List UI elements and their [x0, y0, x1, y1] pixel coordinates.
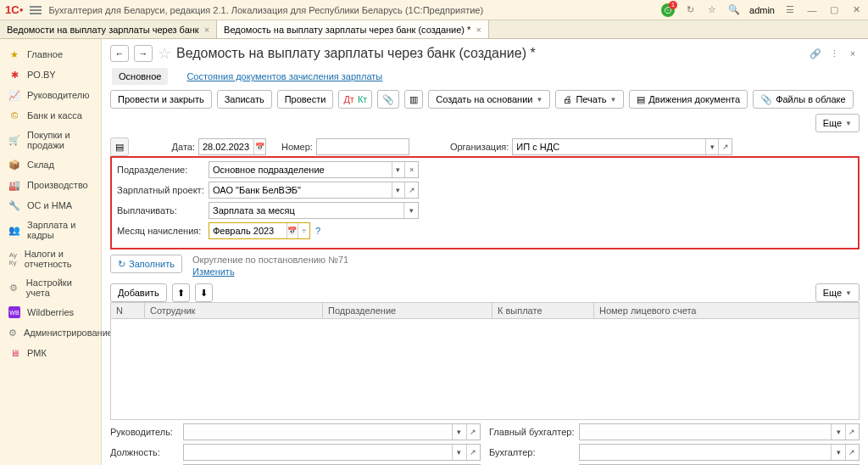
- month-input[interactable]: [209, 223, 287, 238]
- subdiv-input[interactable]: [209, 162, 392, 177]
- status-icon[interactable]: ▤: [110, 137, 129, 156]
- head-input[interactable]: [184, 424, 452, 440]
- dt-kt-icon[interactable]: ДтКт: [338, 90, 372, 109]
- print-button[interactable]: 🖨 Печать ▼: [555, 90, 624, 109]
- dropdown-icon[interactable]: ▾: [705, 139, 719, 154]
- open-icon[interactable]: ↗: [466, 424, 480, 440]
- dropdown-icon[interactable]: ▾: [831, 424, 844, 440]
- movements-button[interactable]: ▤ Движения документа: [629, 90, 748, 109]
- subtab-main[interactable]: Основное: [112, 68, 168, 85]
- org-input[interactable]: [513, 139, 704, 154]
- tab-create[interactable]: Ведомость на выплату зарплаты через банк…: [217, 20, 489, 38]
- help-icon[interactable]: ?: [315, 226, 320, 236]
- attach-icon[interactable]: 📎: [377, 90, 399, 109]
- chief-acc-label: Главный бухгалтер:: [489, 427, 574, 437]
- tab-list[interactable]: Ведомости на выплату зарплаты через банк…: [0, 20, 217, 38]
- sidebar-item-production[interactable]: 🏭Производство: [0, 175, 101, 195]
- dropdown-icon[interactable]: ▾: [403, 203, 418, 218]
- cloud-files-button[interactable]: 📎 Файлы в облаке: [753, 90, 853, 109]
- conduct-button[interactable]: Провести: [277, 90, 334, 109]
- rounding-note: Округление по постановлению №71: [192, 255, 348, 265]
- acc-input[interactable]: [580, 445, 831, 460]
- minimize-icon[interactable]: —: [805, 3, 819, 17]
- more-button[interactable]: Еще ▼: [815, 283, 860, 302]
- sidebar-item-sales[interactable]: 🛒Покупки и продажи: [0, 126, 101, 154]
- sidebar-item-settings[interactable]: ⚙Настройки учета: [0, 273, 101, 302]
- col-subdiv[interactable]: Подразделение: [323, 303, 492, 318]
- save-button[interactable]: Записать: [217, 90, 272, 109]
- close-icon[interactable]: ×: [846, 47, 860, 60]
- conduct-close-button[interactable]: Провести и закрыть: [110, 90, 212, 109]
- col-account[interactable]: Номер лицевого счета: [594, 303, 859, 318]
- move-down-icon[interactable]: ⬇: [195, 283, 213, 302]
- open-icon[interactable]: ↗: [466, 445, 480, 460]
- search-icon[interactable]: 🔍: [727, 3, 741, 17]
- open-icon[interactable]: ↗: [845, 445, 859, 460]
- notification-icon[interactable]: ⏲1: [661, 3, 675, 17]
- history-icon[interactable]: ↻: [683, 3, 697, 17]
- table-body[interactable]: [110, 318, 860, 420]
- chief-acc-input[interactable]: [580, 424, 831, 440]
- sidebar-item-assets[interactable]: 🔧ОС и НМА: [0, 195, 101, 216]
- link-icon[interactable]: 🔗: [809, 47, 822, 60]
- dropdown-icon[interactable]: ▾: [452, 424, 465, 440]
- more-icon[interactable]: ⋮: [827, 47, 841, 60]
- more-button[interactable]: Еще ▼: [815, 114, 860, 132]
- app-title: Бухгалтерия для Беларуси, редакция 2.1. …: [48, 5, 654, 15]
- user-label[interactable]: admin: [749, 5, 775, 15]
- position-input[interactable]: [184, 445, 452, 460]
- structure-icon[interactable]: ▥: [404, 90, 423, 109]
- stepper-icon[interactable]: ÷: [298, 223, 309, 238]
- dropdown-icon[interactable]: ▾: [831, 445, 844, 460]
- move-up-icon[interactable]: ⬆: [172, 283, 190, 302]
- settings-icon[interactable]: ☰: [783, 3, 797, 17]
- sidebar-item-warehouse[interactable]: 📦Склад: [0, 154, 101, 175]
- fill-button[interactable]: ↻ Заполнить: [110, 255, 182, 273]
- close-icon[interactable]: ×: [476, 25, 481, 35]
- close-icon[interactable]: ✕: [849, 3, 863, 17]
- date-input[interactable]: [199, 139, 253, 154]
- add-button[interactable]: Добавить: [110, 283, 167, 302]
- sidebar: ★Главное ✱PO.BY 📈Руководителю ©Банк и ка…: [0, 39, 102, 465]
- app-top-bar: 1C● Бухгалтерия для Беларуси, редакция 2…: [0, 0, 868, 20]
- calendar-icon[interactable]: 📅: [287, 223, 298, 238]
- sidebar-item-manager[interactable]: 📈Руководителю: [0, 85, 101, 105]
- open-icon[interactable]: ↗: [718, 139, 732, 154]
- maximize-icon[interactable]: ▢: [827, 3, 841, 17]
- tabs-bar: Ведомости на выплату зарплаты через банк…: [0, 20, 868, 39]
- sidebar-item-admin[interactable]: ⚙Администрирование: [0, 322, 101, 343]
- col-n[interactable]: N: [111, 303, 145, 318]
- close-icon[interactable]: ×: [204, 25, 209, 35]
- nav-back-button[interactable]: ←: [110, 45, 129, 62]
- dropdown-icon[interactable]: ▾: [452, 445, 465, 460]
- content-area: ← → ☆ Ведомость на выплату зарплаты чере…: [102, 39, 868, 465]
- position-label: Должность:: [110, 447, 178, 457]
- open-icon[interactable]: ↗: [845, 424, 859, 440]
- sidebar-item-wb[interactable]: WBWildberries: [0, 302, 101, 322]
- sidebar-item-bank[interactable]: ©Банк и касса: [0, 105, 101, 126]
- sidebar-item-rmk[interactable]: 🖥РМК: [0, 343, 101, 363]
- favorite-icon[interactable]: ☆: [705, 3, 719, 17]
- favorite-icon[interactable]: ☆: [158, 44, 171, 63]
- dropdown-icon[interactable]: ▾: [392, 162, 405, 177]
- subtab-states[interactable]: Состояния документов зачисления зарплаты: [180, 68, 389, 85]
- clear-icon[interactable]: ×: [404, 162, 418, 177]
- menu-icon[interactable]: [30, 6, 42, 14]
- pay-input[interactable]: [209, 203, 403, 218]
- change-link[interactable]: Изменить: [192, 266, 235, 277]
- sidebar-item-salary[interactable]: 👥Зарплата и кадры: [0, 216, 101, 244]
- col-employee[interactable]: Сотрудник: [145, 303, 323, 318]
- project-input[interactable]: [209, 182, 392, 198]
- sidebar-item-tax[interactable]: АуКуНалоги и отчетность: [0, 244, 101, 273]
- col-amount[interactable]: К выплате: [492, 303, 594, 318]
- number-input[interactable]: [317, 139, 409, 154]
- nav-forward-button[interactable]: →: [134, 45, 153, 62]
- sidebar-item-poby[interactable]: ✱PO.BY: [0, 64, 101, 85]
- acc-label: Бухгалтер:: [489, 447, 574, 457]
- create-based-button[interactable]: Создать на основании ▼: [428, 90, 550, 109]
- number-label: Номер:: [281, 142, 313, 152]
- dropdown-icon[interactable]: ▾: [392, 182, 405, 198]
- open-icon[interactable]: ↗: [404, 182, 418, 198]
- sidebar-item-main[interactable]: ★Главное: [0, 44, 101, 64]
- calendar-icon[interactable]: 📅: [253, 139, 265, 154]
